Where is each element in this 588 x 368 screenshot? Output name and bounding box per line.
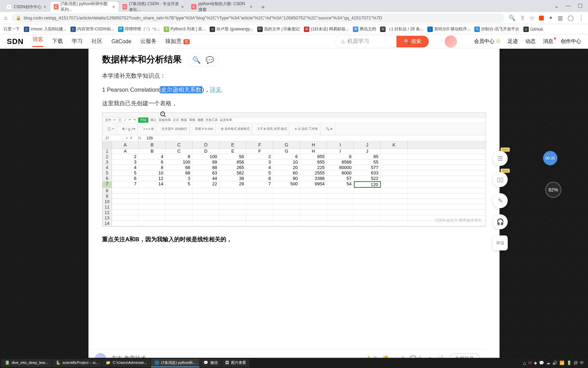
bookmark-item[interactable]: 哔哔哩哔哩（'-'）つ...	[118, 26, 160, 32]
extension-icon[interactable]	[539, 16, 544, 20]
bookmark-item[interactable]: GGitHub	[523, 27, 543, 32]
nav-gitcode[interactable]: GitCode	[111, 39, 131, 45]
bookmark-item[interactable]: G孙卢昱 (guawangy...	[210, 26, 253, 32]
url-field[interactable]: 🔒 blog.csdn.net/qq_41517071/article/deta…	[12, 13, 505, 22]
paragraph: 本学渣补充数学知识点：	[102, 71, 486, 81]
cell-reference: J7	[102, 136, 123, 140]
floating-toolbar: ☰Beta ▯▯Beta ✎ 🎧 举报	[493, 151, 508, 250]
bookmark-item[interactable]: Ccmooc 入驻B站建...	[24, 26, 66, 32]
search-button[interactable]: 🔍搜索	[396, 36, 429, 47]
lock-icon: 🔒	[16, 15, 21, 20]
nav-footprint[interactable]: 足迹	[508, 38, 518, 45]
timer-badge[interactable]: 00:35	[543, 151, 557, 165]
taskbar-item-active[interactable]: 🌐 (7条消息) python科...	[151, 359, 200, 367]
bookmark-star-icon[interactable]: ☆	[529, 15, 534, 21]
taskbar-item[interactable]: 🖼 图片查看	[222, 359, 249, 367]
menu-icon[interactable]: ⋮	[578, 15, 584, 21]
edit-button[interactable]: ✎	[493, 193, 508, 208]
address-bar: ⌂ 🔒 blog.csdn.net/qq_41517071/article/de…	[0, 12, 588, 24]
user-avatar[interactable]	[445, 35, 457, 48]
support-button[interactable]: 🎧	[493, 214, 508, 229]
report-button[interactable]: 举报	[493, 235, 508, 250]
csdn-nav: SDN 博客 下载 学习 社区 GitCode 云服务 猿如意 荐 ♨机器学习 …	[0, 34, 588, 49]
bookmark-item[interactable]: C内容管理-CSDN创...	[70, 26, 114, 32]
system-tray[interactable]: △W◆💬☁🔊📶🔋拼中	[523, 360, 587, 366]
toc-button[interactable]: ☰Beta	[493, 151, 508, 166]
bookmark-item[interactable]: 邮(1封未读) 网易邮箱...	[304, 26, 349, 32]
close-icon[interactable]: ×	[112, 4, 115, 10]
paragraph-bold: 重点关注A和B，因为我输入的时候是线性相关的，	[102, 235, 486, 243]
search-input[interactable]: ♨机器学习	[335, 38, 396, 45]
search-icon[interactable]: 🔍	[192, 56, 201, 64]
progress-badge[interactable]: 82%	[545, 182, 561, 198]
bookmark-item[interactable]: 知（1 封私信 / 28 条...	[380, 26, 423, 32]
bookmark-item[interactable]: i英特尔® 驱动程序...	[427, 26, 470, 32]
bookmark-item[interactable]: 腾腾讯文档	[353, 26, 376, 32]
text-selection-toolbar: 🔍 💬	[188, 54, 218, 66]
minimize-icon[interactable]: —	[566, 3, 571, 9]
bookmark-item[interactable]: 百度一下	[3, 26, 20, 32]
taskbar-item[interactable]: 📁 C:\Users\Administr...	[102, 359, 150, 367]
nav-yuanruyi[interactable]: 猿如意 荐	[165, 38, 189, 45]
paragraph: 1 Pearson Correlation(皮尔逊相关系数)，详见	[102, 85, 486, 95]
bookmark-item[interactable]: 菜Python3 列表 | 菜...	[164, 26, 206, 32]
comment-icon[interactable]: 💬	[206, 56, 214, 64]
taskbar-item[interactable]: 🐍 scientificProject – xi...	[52, 359, 102, 367]
browser-tab[interactable]: Cpython绘制热力图- CSDN搜索×	[188, 2, 256, 12]
search-box: ♨机器学习 🔍搜索	[335, 35, 429, 48]
detail-link[interactable]: 详见	[210, 87, 222, 93]
selected-cell: 120	[354, 181, 381, 188]
nav-community[interactable]: 社区	[92, 38, 102, 45]
new-tab-button[interactable]: ＋	[257, 2, 270, 12]
article-body: 数据样本和分析结果 🔍 💬 本学渣补充数学知识点： 1 Pearson Corr…	[88, 49, 500, 358]
taskbar-item[interactable]: 💬 微信	[200, 359, 221, 367]
csdn-logo[interactable]: SDN	[7, 37, 23, 46]
nav-create[interactable]: 创作中心	[561, 38, 581, 45]
extensions-icon[interactable]: ✦	[549, 15, 553, 21]
magnifier-cursor: +	[160, 111, 165, 116]
maximize-icon[interactable]: ☐	[578, 3, 583, 9]
paragraph: 这里我自己先创建一个表格，	[102, 98, 486, 109]
search-in-page-icon[interactable]: 🔍	[509, 15, 516, 21]
spreadsheet-screenshot: 文件 ✂📋✓↶↷ 开始 插入 页面布局 公式 数据 审阅 视图 开发工具 会员专…	[102, 112, 486, 227]
section-heading: 数据样本和分析结果 🔍 💬	[102, 53, 486, 66]
spreadsheet-grid: ABCDEFGHIJK 1 ABCDEFGHIJ 224810056268556…	[102, 141, 486, 226]
nav-download[interactable]: 下载	[52, 38, 63, 45]
close-icon[interactable]: ×	[250, 4, 252, 10]
nav-learn[interactable]: 学习	[72, 38, 83, 45]
watermark: CSDN @东方-教育技术博主	[435, 218, 481, 223]
panel-icon[interactable]: ▥	[558, 15, 563, 21]
browser-tab[interactable]: C(7条消息) CSDN - 专业开发者社...×	[119, 2, 187, 12]
page-background-right	[500, 49, 588, 358]
windows-taskbar: 📗 dive_into_deep_lear... 🐍 scientificPro…	[0, 358, 588, 368]
close-icon[interactable]: ×	[181, 4, 184, 10]
nav-activity[interactable]: 动态	[525, 38, 536, 45]
formula-value: 120	[144, 136, 156, 140]
page-background-left	[0, 49, 88, 358]
nav-cloud[interactable]: 云服务	[140, 38, 157, 45]
bookmarks-bar: 百度一下 Ccmooc 入驻B站建... C内容管理-CSDN创... 哔哔哩哔…	[0, 24, 588, 34]
share-icon[interactable]: ⇧	[520, 15, 525, 21]
profile-icon[interactable]: ◯	[568, 15, 574, 21]
taskbar-item[interactable]: 📗 dive_into_deep_lear...	[1, 359, 52, 367]
chevron-down-icon[interactable]: ⌄	[554, 3, 559, 9]
home-icon[interactable]: ⌂	[4, 15, 7, 21]
browser-tab-bar: ○CSDN创作中心× C(7条消息) python科研作图系列...× C(7条…	[0, 0, 588, 12]
bookmark-item[interactable]: 印我的文件 | 印象图记	[257, 26, 300, 32]
browser-tab[interactable]: ○CSDN创作中心×	[3, 2, 50, 12]
nav-messages[interactable]: 消息	[543, 38, 553, 45]
nav-member[interactable]: 会员中心 ♔	[474, 38, 500, 45]
highlighted-text: 皮尔逊相关系数	[160, 86, 202, 93]
split-button[interactable]: ▯▯Beta	[493, 172, 508, 187]
nav-blog[interactable]: 博客	[32, 36, 43, 47]
bookmark-item[interactable]: 讯控制台-讯飞开放平台	[474, 26, 519, 32]
browser-tab-active[interactable]: C(7条消息) python科研作图系列...×	[50, 2, 118, 12]
close-icon[interactable]: ×	[44, 4, 46, 10]
